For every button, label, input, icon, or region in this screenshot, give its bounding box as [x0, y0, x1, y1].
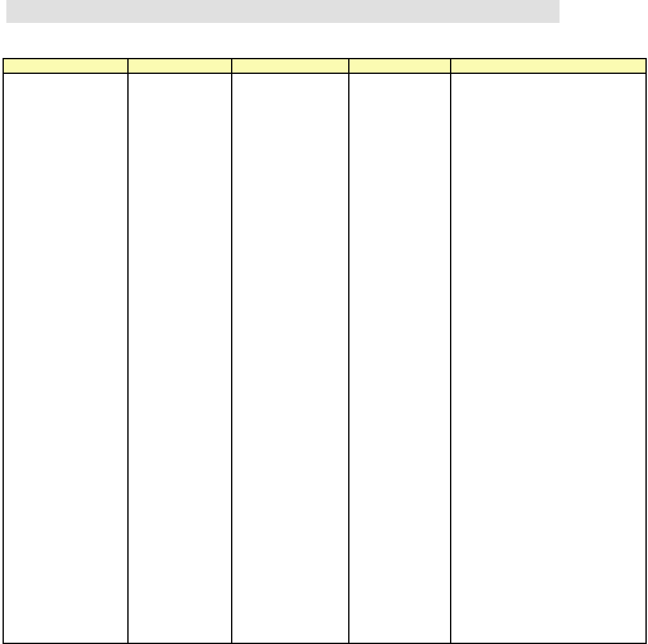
table-header-cell	[451, 59, 646, 73]
table-header-row	[3, 59, 646, 73]
table-header-cell	[128, 59, 232, 73]
table-cell	[451, 73, 646, 643]
table-container	[3, 58, 645, 644]
table-header-cell	[3, 59, 128, 73]
table-header-cell	[349, 59, 451, 73]
table-header-cell	[232, 59, 349, 73]
data-table	[3, 58, 647, 644]
table-cell	[128, 73, 232, 643]
table-cell	[232, 73, 349, 643]
table-cell	[349, 73, 451, 643]
table-row	[3, 73, 646, 643]
top-bar	[6, 0, 560, 23]
table-cell	[3, 73, 128, 643]
page	[0, 0, 648, 644]
